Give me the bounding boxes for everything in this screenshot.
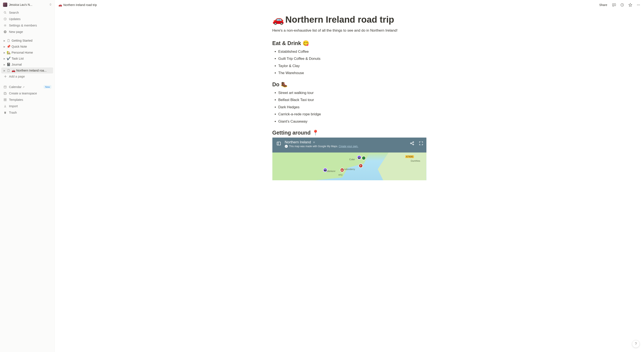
svg-rect-11 <box>5 100 6 101</box>
map-label: Dumfries <box>411 160 420 162</box>
map-create-link[interactable]: Create your own. <box>339 145 358 148</box>
list-item[interactable]: Carrick-a-rede rope bridge <box>278 111 426 118</box>
page-subtitle[interactable]: Here's a non-exhaustive list of all the … <box>272 28 426 33</box>
svg-point-13 <box>637 5 638 5</box>
document-icon <box>6 38 11 43</box>
sidebar: Jessica Lau's N... Search Updates <box>0 0 54 352</box>
map-pin-tree-icon[interactable]: 🌲 <box>362 156 366 160</box>
chevron-right-icon[interactable]: ▶ <box>2 63 6 66</box>
calendar-icon: 5 <box>3 85 7 89</box>
search-button[interactable]: Search <box>1 9 53 16</box>
clock-icon <box>3 17 7 21</box>
svg-text:5: 5 <box>5 87 5 88</box>
sidebar-page-task-list[interactable]: ▶ ✔️ Task List <box>1 55 53 61</box>
map-fullscreen-icon[interactable] <box>419 141 424 146</box>
updates-button[interactable]: Updates <box>1 16 53 22</box>
teamspace-button[interactable]: Create a teamspace <box>1 90 53 97</box>
svg-rect-16 <box>277 142 280 145</box>
house-emoji-icon: 🏡 <box>6 50 11 55</box>
settings-button[interactable]: Settings & members <box>1 22 53 29</box>
list-item[interactable]: The Warehouse <box>278 69 426 77</box>
templates-label: Templates <box>9 98 51 101</box>
page-content: 🚗 Northern Ireland road trip Here's a no… <box>54 10 644 352</box>
breadcrumb-title: Northern Ireland road trip <box>63 3 97 7</box>
breadcrumb[interactable]: 🚗 Northern Ireland road trip <box>58 3 97 7</box>
trash-button[interactable]: Trash <box>1 109 53 116</box>
svg-point-0 <box>4 11 6 13</box>
map-share-icon[interactable] <box>410 141 414 146</box>
notebook-emoji-icon: 📓 <box>6 62 11 67</box>
section-heading-eat[interactable]: Eat & Drink 😋 <box>272 40 426 46</box>
settings-label: Settings & members <box>9 24 51 27</box>
gear-icon <box>3 23 7 27</box>
sidebar-page-quick-note[interactable]: ▶ 📌 Quick Note <box>1 44 53 49</box>
sidebar-page-journal[interactable]: ▶ 📓 Journal <box>1 61 53 67</box>
plus-circle-icon <box>3 30 7 34</box>
pin-emoji-icon: 📌 <box>6 44 11 49</box>
calendar-button[interactable]: 5 Calendar↗ New <box>1 84 53 90</box>
info-icon: i <box>285 145 288 148</box>
map-pin-lodging-icon[interactable]: 🛏 <box>340 168 344 172</box>
map-star-icon[interactable]: ★ <box>312 140 315 144</box>
list-item[interactable]: Established Coffee <box>278 48 426 55</box>
templates-button[interactable]: Templates <box>1 97 53 103</box>
chevron-right-icon[interactable]: ▶ <box>2 45 6 48</box>
chevron-right-icon[interactable]: ▶ <box>2 51 6 54</box>
map-pin-camera-icon[interactable]: 📷 <box>323 168 327 172</box>
title-text: Northern Ireland road trip <box>286 14 394 25</box>
sidebar-page-getting-started[interactable]: ▶ Getting Started <box>1 38 53 44</box>
list-item[interactable]: Belfast Black Taxi tour <box>278 96 426 104</box>
map-label: erry <box>338 174 342 176</box>
trash-icon <box>3 110 7 115</box>
arrow-ne-icon: ↗ <box>22 86 24 89</box>
add-page-label: Add a page <box>9 75 25 78</box>
pages-list: ▶ Getting Started ▶ 📌 Quick Note ▶ 🏡 Per… <box>0 35 54 80</box>
share-button[interactable]: Share <box>598 2 608 7</box>
chevron-right-icon[interactable]: ▶ <box>2 69 6 72</box>
map-pin-parking-icon[interactable]: P <box>358 164 363 168</box>
chevron-right-icon[interactable]: ▶ <box>2 57 6 60</box>
help-button[interactable]: ? <box>632 340 640 348</box>
map-embed[interactable]: Northern Ireland ★ i This map was made w… <box>272 138 426 180</box>
search-label: Search <box>9 11 51 14</box>
check-emoji-icon: ✔️ <box>6 56 11 61</box>
search-icon <box>3 10 7 15</box>
add-page-button[interactable]: Add a page <box>1 73 53 79</box>
map-label: ondonderry <box>343 168 355 171</box>
title-emoji: 🚗 <box>272 14 284 25</box>
star-icon[interactable] <box>628 2 633 7</box>
svg-rect-10 <box>4 100 5 101</box>
sidebar-page-road-trip[interactable]: ▶ 🚗 Northern Ireland roa... <box>1 67 53 73</box>
map-pin-camera-icon[interactable]: 📷 <box>357 155 361 160</box>
more-icon[interactable] <box>636 2 641 7</box>
list-item[interactable]: Taylor & Clay <box>278 62 426 70</box>
new-page-button[interactable]: New page <box>1 29 53 35</box>
new-page-label: New page <box>9 30 51 33</box>
comments-icon[interactable] <box>612 2 616 7</box>
chevron-right-icon[interactable]: ▶ <box>2 39 6 42</box>
updates-label: Updates <box>9 17 51 21</box>
history-icon[interactable] <box>620 2 625 7</box>
workspace-switcher[interactable]: Jessica Lau's N... <box>0 2 54 9</box>
section-heading-do[interactable]: Do 🥾 <box>272 81 426 88</box>
main-area: 🚗 Northern Ireland road trip Share <box>54 0 644 352</box>
list-do: Street art walking tour Belfast Black Ta… <box>272 89 426 125</box>
switcher-icon <box>49 3 52 6</box>
section-heading-getting-around[interactable]: Getting around 📍 <box>272 130 426 136</box>
map-title: Northern Ireland ★ <box>285 140 410 144</box>
import-button[interactable]: Import <box>1 103 53 109</box>
plus-icon <box>4 75 7 78</box>
page-title[interactable]: 🚗 Northern Ireland road trip <box>272 14 426 25</box>
list-item[interactable]: Dark Hedges <box>278 104 426 111</box>
sidebar-page-personal-home[interactable]: ▶ 🏡 Personal Home <box>1 49 53 55</box>
map-label: etterkenr <box>326 170 336 172</box>
svg-point-15 <box>639 5 640 5</box>
list-item[interactable]: Giant's Causeway <box>278 118 426 125</box>
map-sidebar-button[interactable] <box>275 140 282 147</box>
list-item[interactable]: Street art walking tour <box>278 89 426 97</box>
breadcrumb-emoji: 🚗 <box>58 3 62 7</box>
trash-label: Trash <box>9 111 51 114</box>
topbar: 🚗 Northern Ireland road trip Share <box>54 0 644 10</box>
map-body[interactable]: Coler Dumfries etterkenr ondonderry erry… <box>272 153 426 180</box>
list-item[interactable]: Guilt Trip Coffee & Donuts <box>278 55 426 62</box>
